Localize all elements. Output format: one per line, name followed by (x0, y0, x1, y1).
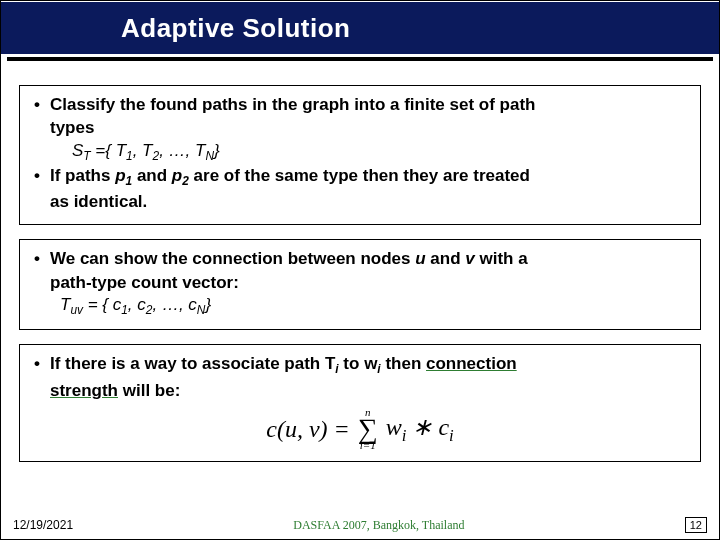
var: c (438, 414, 449, 440)
text: to w (339, 354, 378, 373)
highlight-text: strength (50, 381, 118, 400)
text: , …, T (159, 141, 205, 160)
slide: Adaptive Solution • Classify the found p… (0, 0, 720, 540)
bullet-marker: • (30, 165, 50, 189)
formula-line: ST ={ T1, T2, …, TN} (72, 141, 690, 163)
sum-symbol: ∑ (358, 418, 378, 440)
bullet-text: as identical. (50, 191, 690, 212)
var: w (386, 414, 402, 440)
equation: c(u, v) = n ∑ i=1 wi ∗ ci (30, 407, 690, 451)
subscript: uv (70, 303, 83, 317)
var: T (60, 295, 70, 314)
bullet-text: strength will be: (50, 380, 690, 401)
text: types (50, 118, 94, 137)
text: = { c (83, 295, 121, 314)
op: ∗ (406, 414, 438, 440)
text: then (381, 354, 426, 373)
sum-lower: i=1 (360, 440, 376, 451)
bullet-text: We can show the connection between nodes… (50, 248, 690, 269)
eq-lhs: c(u, v) = (266, 416, 349, 443)
subscript: T (83, 149, 90, 163)
text: ={ T (91, 141, 126, 160)
sum-icon: n ∑ i=1 (358, 407, 378, 451)
content-box-3: • If there is a way to associate path Ti… (19, 344, 701, 462)
text: , …, c (152, 295, 196, 314)
bullet-marker: • (30, 94, 50, 115)
subscript: 1 (126, 149, 133, 163)
bullet-text: path-type count vector: (50, 272, 690, 293)
subscript: N (205, 149, 214, 163)
var: S (72, 141, 83, 160)
formula-line: Tuv = { c1, c2, …, cN} (60, 295, 690, 317)
content-box-1: • Classify the found paths in the graph … (19, 85, 701, 225)
bullet-text: If there is a way to associate path Ti t… (50, 353, 690, 377)
footer: 12/19/2021 DASFAA 2007, Bangkok, Thailan… (1, 511, 719, 539)
subscript: 2 (182, 174, 189, 188)
footer-date: 12/19/2021 (13, 518, 73, 532)
bullet-text: types (50, 117, 690, 138)
page-number: 12 (685, 517, 707, 533)
var: p (115, 166, 125, 185)
text: If there is a way to associate path T (50, 354, 335, 373)
footer-venue: DASFAA 2007, Bangkok, Thailand (293, 518, 464, 533)
bullet-continuation: as identical. (30, 191, 690, 212)
text: We can show the connection between nodes (50, 249, 415, 268)
text: , T (133, 141, 153, 160)
bullet-item: • If there is a way to associate path Ti… (30, 353, 690, 377)
bullet-continuation: path-type count vector: (30, 272, 690, 293)
text: are of the same type then they are treat… (189, 166, 530, 185)
bullet-continuation: strength will be: (30, 380, 690, 401)
bullet-item: • Classify the found paths in the graph … (30, 94, 690, 115)
text: Classify the found paths in the graph in… (50, 95, 535, 114)
text: and (426, 249, 466, 268)
bullet-item: • If paths p1 and p2 are of the same typ… (30, 165, 690, 189)
text: as identical. (50, 192, 147, 211)
text: , c (128, 295, 146, 314)
bullet-marker: • (30, 353, 50, 377)
text: path-type count vector: (50, 273, 239, 292)
text: will be: (118, 381, 180, 400)
text: and (132, 166, 172, 185)
subscript: i (449, 425, 454, 444)
subscript: 1 (121, 303, 128, 317)
bullet-item: • We can show the connection between nod… (30, 248, 690, 269)
bullet-marker: • (30, 248, 50, 269)
content-area: • Classify the found paths in the graph … (1, 61, 719, 462)
var: v (465, 249, 474, 268)
text: with a (475, 249, 528, 268)
text: If paths (50, 166, 115, 185)
highlight-text: connection (426, 354, 517, 373)
var: u (415, 249, 425, 268)
text: } (214, 141, 220, 160)
bullet-text: Classify the found paths in the graph in… (50, 94, 690, 115)
bullet-continuation: types (30, 117, 690, 138)
text: } (205, 295, 211, 314)
slide-title: Adaptive Solution (121, 13, 351, 44)
title-band: Adaptive Solution (1, 1, 719, 55)
content-box-2: • We can show the connection between nod… (19, 239, 701, 330)
var: p (172, 166, 182, 185)
bullet-text: If paths p1 and p2 are of the same type … (50, 165, 690, 189)
